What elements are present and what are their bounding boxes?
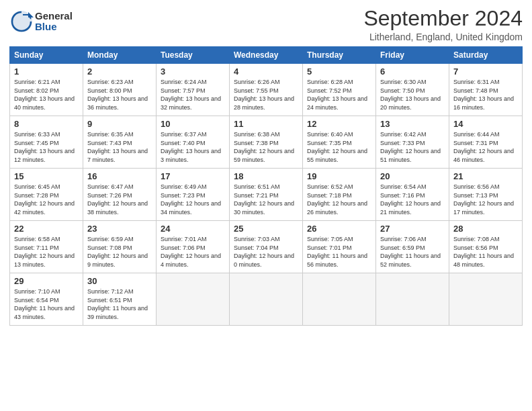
calendar-cell: 7 Sunrise: 6:31 AM Sunset: 7:48 PM Dayli… xyxy=(449,64,523,116)
calendar-cell xyxy=(157,273,230,326)
day-number: 20 xyxy=(380,171,445,181)
day-number: 17 xyxy=(161,171,225,181)
day-number: 23 xyxy=(87,224,152,234)
calendar-cell: 24 Sunrise: 7:01 AM Sunset: 7:06 PM Dayl… xyxy=(157,221,230,273)
calendar-cell: 19 Sunrise: 6:52 AM Sunset: 7:18 PM Dayl… xyxy=(303,169,376,221)
calendar-cell: 14 Sunrise: 6:44 AM Sunset: 7:31 PM Dayl… xyxy=(449,116,523,169)
month-title: September 2024 xyxy=(363,7,523,30)
calendar-cell: 6 Sunrise: 6:30 AM Sunset: 7:50 PM Dayli… xyxy=(376,64,449,116)
day-info: Sunrise: 6:58 AM Sunset: 7:11 PM Dayligh… xyxy=(14,235,79,269)
day-info: Sunrise: 6:42 AM Sunset: 7:33 PM Dayligh… xyxy=(380,130,445,164)
logo-blue-text: Blue xyxy=(35,21,73,33)
day-info: Sunrise: 6:52 AM Sunset: 7:18 PM Dayligh… xyxy=(307,183,371,216)
calendar-cell: 11 Sunrise: 6:38 AM Sunset: 7:38 PM Dayl… xyxy=(230,116,303,169)
day-number: 24 xyxy=(161,224,225,234)
calendar-cell: 26 Sunrise: 7:05 AM Sunset: 7:01 PM Dayl… xyxy=(303,221,376,273)
day-number: 9 xyxy=(87,119,152,129)
day-info: Sunrise: 6:47 AM Sunset: 7:26 PM Dayligh… xyxy=(87,183,152,216)
title-block: September 2024 Litherland, England, Unit… xyxy=(363,7,523,42)
calendar-table: Sunday Monday Tuesday Wednesday Thursday… xyxy=(9,46,523,326)
calendar-cell: 20 Sunrise: 6:54 AM Sunset: 7:16 PM Dayl… xyxy=(376,169,449,221)
calendar-cell: 17 Sunrise: 6:49 AM Sunset: 7:23 PM Dayl… xyxy=(157,169,230,221)
logo-general-text: General xyxy=(35,11,73,22)
calendar-cell: 23 Sunrise: 6:59 AM Sunset: 7:08 PM Dayl… xyxy=(83,221,157,273)
day-info: Sunrise: 7:05 AM Sunset: 7:01 PM Dayligh… xyxy=(307,235,371,269)
day-number: 22 xyxy=(14,224,79,234)
day-info: Sunrise: 6:56 AM Sunset: 7:13 PM Dayligh… xyxy=(453,183,518,216)
day-number: 21 xyxy=(453,171,518,181)
calendar-cell: 9 Sunrise: 6:35 AM Sunset: 7:43 PM Dayli… xyxy=(83,116,157,169)
calendar-cell: 21 Sunrise: 6:56 AM Sunset: 7:13 PM Dayl… xyxy=(449,169,523,221)
calendar-cell: 13 Sunrise: 6:42 AM Sunset: 7:33 PM Dayl… xyxy=(376,116,449,169)
day-info: Sunrise: 7:03 AM Sunset: 7:04 PM Dayligh… xyxy=(234,235,298,269)
day-number: 25 xyxy=(234,224,298,234)
day-info: Sunrise: 7:12 AM Sunset: 6:51 PM Dayligh… xyxy=(87,287,152,321)
day-number: 19 xyxy=(307,171,371,181)
logo: General Blue xyxy=(9,9,73,34)
calendar-cell xyxy=(303,273,376,326)
day-number: 14 xyxy=(453,119,518,129)
col-monday: Monday xyxy=(83,47,157,64)
calendar-cell xyxy=(376,273,449,326)
calendar-cell: 30 Sunrise: 7:12 AM Sunset: 6:51 PM Dayl… xyxy=(83,273,157,326)
col-thursday: Thursday xyxy=(303,47,376,64)
day-info: Sunrise: 6:40 AM Sunset: 7:35 PM Dayligh… xyxy=(307,130,371,164)
day-number: 18 xyxy=(234,171,298,181)
col-wednesday: Wednesday xyxy=(230,47,303,64)
day-info: Sunrise: 6:37 AM Sunset: 7:40 PM Dayligh… xyxy=(161,130,225,164)
calendar-week-1: 1 Sunrise: 6:21 AM Sunset: 8:02 PM Dayli… xyxy=(10,64,523,116)
day-number: 15 xyxy=(14,171,79,181)
day-number: 4 xyxy=(234,66,298,77)
day-number: 30 xyxy=(87,276,152,286)
day-number: 13 xyxy=(380,119,445,129)
day-info: Sunrise: 6:49 AM Sunset: 7:23 PM Dayligh… xyxy=(161,183,225,216)
calendar-cell: 5 Sunrise: 6:28 AM Sunset: 7:52 PM Dayli… xyxy=(303,64,376,116)
calendar-cell: 2 Sunrise: 6:23 AM Sunset: 8:00 PM Dayli… xyxy=(83,64,157,116)
day-info: Sunrise: 6:23 AM Sunset: 8:00 PM Dayligh… xyxy=(87,78,152,111)
day-number: 12 xyxy=(307,119,371,129)
day-info: Sunrise: 6:24 AM Sunset: 7:57 PM Dayligh… xyxy=(161,78,225,111)
calendar-cell: 12 Sunrise: 6:40 AM Sunset: 7:35 PM Dayl… xyxy=(303,116,376,169)
day-info: Sunrise: 6:51 AM Sunset: 7:21 PM Dayligh… xyxy=(234,183,298,216)
calendar-cell: 16 Sunrise: 6:47 AM Sunset: 7:26 PM Dayl… xyxy=(83,169,157,221)
day-number: 16 xyxy=(87,171,152,181)
col-tuesday: Tuesday xyxy=(157,47,230,64)
day-number: 27 xyxy=(380,224,445,234)
day-info: Sunrise: 6:45 AM Sunset: 7:28 PM Dayligh… xyxy=(14,183,79,216)
day-info: Sunrise: 6:35 AM Sunset: 7:43 PM Dayligh… xyxy=(87,130,152,164)
day-info: Sunrise: 6:26 AM Sunset: 7:55 PM Dayligh… xyxy=(234,78,298,111)
day-info: Sunrise: 6:28 AM Sunset: 7:52 PM Dayligh… xyxy=(307,78,371,111)
day-info: Sunrise: 6:38 AM Sunset: 7:38 PM Dayligh… xyxy=(234,130,298,164)
day-number: 29 xyxy=(14,276,79,286)
calendar-cell: 29 Sunrise: 7:10 AM Sunset: 6:54 PM Dayl… xyxy=(10,273,83,326)
day-number: 11 xyxy=(234,119,298,129)
calendar-cell: 22 Sunrise: 6:58 AM Sunset: 7:11 PM Dayl… xyxy=(10,221,83,273)
calendar-cell: 8 Sunrise: 6:33 AM Sunset: 7:45 PM Dayli… xyxy=(10,116,83,169)
calendar-cell: 10 Sunrise: 6:37 AM Sunset: 7:40 PM Dayl… xyxy=(157,116,230,169)
calendar-cell: 25 Sunrise: 7:03 AM Sunset: 7:04 PM Dayl… xyxy=(230,221,303,273)
calendar-cell xyxy=(230,273,303,326)
day-info: Sunrise: 6:21 AM Sunset: 8:02 PM Dayligh… xyxy=(14,78,79,111)
day-number: 3 xyxy=(161,66,225,77)
col-sunday: Sunday xyxy=(10,47,83,64)
day-number: 8 xyxy=(14,119,79,129)
calendar-cell: 15 Sunrise: 6:45 AM Sunset: 7:28 PM Dayl… xyxy=(10,169,83,221)
day-number: 2 xyxy=(87,66,152,77)
day-number: 1 xyxy=(14,66,79,77)
calendar-week-3: 15 Sunrise: 6:45 AM Sunset: 7:28 PM Dayl… xyxy=(10,169,523,221)
calendar-cell: 3 Sunrise: 6:24 AM Sunset: 7:57 PM Dayli… xyxy=(157,64,230,116)
day-number: 26 xyxy=(307,224,371,234)
day-number: 5 xyxy=(307,66,371,77)
calendar-week-5: 29 Sunrise: 7:10 AM Sunset: 6:54 PM Dayl… xyxy=(10,273,523,326)
header-row: Sunday Monday Tuesday Wednesday Thursday… xyxy=(10,47,523,64)
logo-icon xyxy=(9,9,34,34)
calendar-cell xyxy=(449,273,523,326)
header: General Blue September 2024 Litherland, … xyxy=(9,7,523,42)
col-saturday: Saturday xyxy=(449,47,523,64)
calendar-week-2: 8 Sunrise: 6:33 AM Sunset: 7:45 PM Dayli… xyxy=(10,116,523,169)
location: Litherland, England, United Kingdom xyxy=(363,32,523,42)
day-number: 7 xyxy=(453,66,518,77)
day-info: Sunrise: 7:08 AM Sunset: 6:56 PM Dayligh… xyxy=(453,235,518,269)
day-number: 6 xyxy=(380,66,445,77)
day-info: Sunrise: 6:44 AM Sunset: 7:31 PM Dayligh… xyxy=(453,130,518,164)
